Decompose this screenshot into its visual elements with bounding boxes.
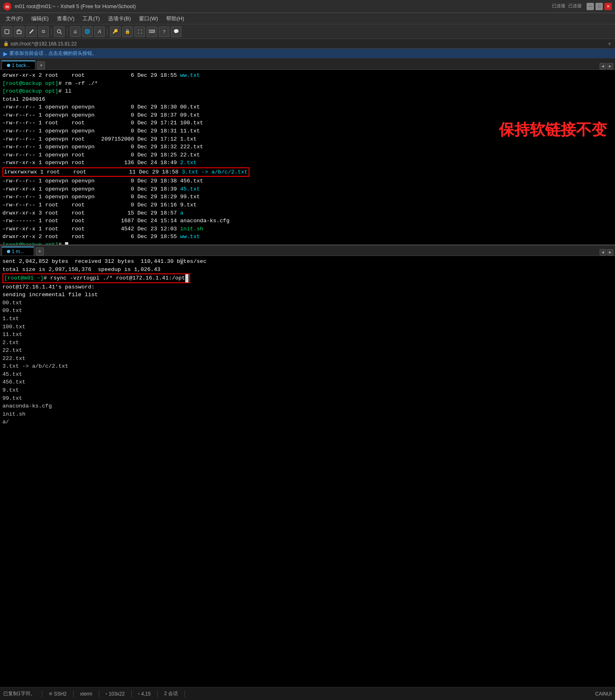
toolbar-keyboard[interactable]: ⌨ — [147, 26, 157, 37]
tab-2-m[interactable]: 1 m... — [2, 247, 34, 256]
terminal-pane-2[interactable]: sent 2,042,852 bytes received 312 bytes … — [0, 256, 615, 687]
toolbar-sep-1 — [51, 28, 52, 36]
status-ssh: ⊕ SSH2 — [49, 691, 67, 697]
svg-line-4 — [60, 33, 62, 34]
status-sep-2 — [73, 691, 74, 697]
line-rm: [root@backup opt]# rm -rf ./* — [2, 80, 613, 88]
line-9txt: -rw-r--r-- 1 root root 0 Dec 29 16:16 9.… — [2, 201, 613, 209]
toolbar-help[interactable]: ? — [159, 26, 169, 37]
tab-add-button-1[interactable]: + — [37, 61, 45, 69]
status-pos: ▪ 4,15 — [138, 691, 151, 697]
toolbar-new[interactable] — [2, 26, 12, 37]
line-222txt: -rw-r--r-- 1 openvpn openvpn 0 Dec 29 18… — [2, 143, 613, 151]
tab-scroll-right-2[interactable]: ▶ — [607, 249, 613, 256]
line-00txt: -rw-r--r-- 1 openvpn openvpn 0 Dec 29 18… — [2, 103, 613, 111]
line-f-3symlink: 3.txt -> a/b/c/2.txt — [2, 362, 613, 371]
line-drwxr-top: drwxr-xr-x 2 root root 6 Dec 29 18:55 ww… — [2, 72, 613, 80]
line-sending: sending incremental file list — [2, 291, 613, 299]
toolbar-copy[interactable]: ⧉ — [38, 26, 49, 37]
maximize-button[interactable]: □ — [596, 3, 603, 10]
status-term-label: xterm — [80, 691, 92, 697]
menu-tabs[interactable]: 选项卡(B) — [104, 14, 135, 23]
tab-indicator-2 — [7, 250, 10, 253]
status-size: ▪ 103x22 — [106, 691, 125, 697]
menu-bar: 文件(F) 编辑(E) 查看(V) 工具(T) 选项卡(B) 窗口(W) 帮助(… — [0, 13, 615, 24]
status-size-label: 103x22 — [109, 691, 125, 697]
status-sep-1 — [42, 691, 42, 697]
menu-view[interactable]: 查看(V) — [53, 14, 78, 23]
toolbar-open[interactable] — [14, 26, 24, 37]
toolbar-edit[interactable] — [26, 26, 37, 37]
title-bar-text: m01 root@m01:~ - Xshell 5 (Free for Home… — [15, 3, 552, 9]
menu-window[interactable]: 窗口(W) — [135, 14, 162, 23]
rsync-cmd-row: [root@m01 ~]# rsync -vzrtogpl ./* root@1… — [2, 273, 613, 283]
line-total-size: total size is 2,097,158,376 speedup is 1… — [2, 266, 613, 274]
hint-arrow-icon: ▶ — [3, 50, 8, 57]
toolbar-sep-3 — [107, 28, 108, 36]
line-f-9: 9.txt — [2, 386, 613, 394]
tab-1-label: 1 back... — [12, 63, 30, 68]
status-bar: 已复制1字符。 ⊕ SSH2 xterm ▪ 103x22 ▪ 4,15 2 会… — [0, 687, 615, 700]
toolbar-search[interactable] — [54, 26, 65, 37]
toolbar-chat[interactable]: 💬 — [171, 26, 182, 37]
line-456txt: -rw-r--r-- 1 openvpn openvpn 0 Dec 29 18… — [2, 177, 613, 185]
address-icon: 🔒 — [3, 41, 9, 46]
tab-2-label: 1 m... — [12, 249, 24, 254]
status-sep-6 — [184, 691, 185, 697]
address-bar: 🔒 ssh://root:*@192.168.15.81:22 ▼ — [0, 39, 615, 49]
toolbar-fullscreen[interactable]: ⛶ — [134, 26, 145, 37]
title-bar: m m01 root@m01:~ - Xshell 5 (Free for Ho… — [0, 0, 615, 13]
tab-scroll-2: ◀ ▶ — [600, 249, 613, 256]
app-icon: m — [3, 2, 11, 11]
status-copy: 已复制1字符。 — [3, 690, 35, 697]
hint-text: 要添加当前会话，点击左侧的箭头按钮。 — [9, 50, 97, 57]
toolbar: ⧉ 🖨 🌐 A 🔑 🔒 ⛶ ⌨ ? 💬 — [0, 24, 615, 39]
toolbar-print[interactable]: 🖨 — [70, 26, 80, 37]
menu-edit[interactable]: 编辑(E) — [27, 14, 53, 23]
tab-add-button-2[interactable]: + — [36, 247, 44, 256]
line-f-100: 100.txt — [2, 323, 613, 331]
line-f-2: 2.txt — [2, 339, 613, 347]
line-f-45: 45.txt — [2, 371, 613, 379]
minimize-button[interactable]: ─ — [587, 3, 594, 10]
line-f-11: 11.txt — [2, 331, 613, 339]
line-initsh: -rwxr-xr-x 1 root root 4542 Dec 23 12:03… — [2, 225, 613, 233]
status-sep-3 — [99, 691, 99, 697]
tab-bar-2: 1 m... + ◀ ▶ — [0, 245, 615, 256]
line-a-dir: drwxr-xr-x 3 root root 15 Dec 29 18:57 a — [2, 209, 613, 217]
address-arrow: ▼ — [607, 41, 612, 46]
tab-scroll-1: ◀ ▶ — [600, 63, 613, 69]
line-22txt: -rw-r--r-- 1 openvpn root 0 Dec 29 18:25… — [2, 151, 613, 159]
line-sent: sent 2,042,852 bytes received 312 bytes … — [2, 258, 613, 266]
line-f-456: 456.txt — [2, 378, 613, 386]
svg-text:m: m — [6, 4, 9, 9]
symlink-row: lrwxrwxrwx 1 root root 11 Dec 29 18:58 3… — [2, 167, 613, 178]
line-prompt-end: [root@backup opt]# — [2, 241, 613, 245]
menu-tools[interactable]: 工具(T) — [78, 14, 104, 23]
tab-scroll-left-1[interactable]: ◀ — [600, 63, 606, 69]
close-button[interactable]: ✕ — [604, 3, 612, 10]
status-sep-5 — [157, 691, 158, 697]
tab-1-back[interactable]: 1 back... — [2, 61, 35, 69]
line-100txt: -rw-r--r-- 1 root root 0 Dec 29 17:21 10… — [2, 119, 613, 127]
status-ssh-label: SSH2 — [54, 691, 67, 697]
toolbar-key[interactable]: 🔑 — [110, 26, 121, 37]
line-2txt: -rwxr-xr-x 1 openvpn root 136 Dec 24 18:… — [2, 159, 613, 167]
status-sessions: 2 会话 — [164, 690, 178, 697]
menu-file[interactable]: 文件(F) — [2, 14, 27, 23]
toolbar-globe[interactable]: 🌐 — [82, 26, 93, 37]
toolbar-font[interactable]: A — [94, 26, 105, 37]
hint-bar: ▶ 要添加当前会话，点击左侧的箭头按钮。 — [0, 49, 615, 59]
tab-scroll-right-1[interactable]: ▶ — [607, 63, 613, 69]
cursor-1 — [65, 242, 68, 245]
svg-point-3 — [57, 30, 61, 33]
line-f-1: 1.txt — [2, 315, 613, 323]
status-pos-label: 4,15 — [141, 691, 151, 697]
toolbar-lock[interactable]: 🔒 — [122, 26, 133, 37]
tab-indicator-1 — [7, 64, 10, 67]
connected-status: 已连接 已连接 — [552, 3, 582, 10]
menu-help[interactable]: 帮助(H) — [162, 14, 188, 23]
terminal-pane-1[interactable]: drwxr-xr-x 2 root root 6 Dec 29 18:55 ww… — [0, 70, 615, 245]
line-45txt: -rwxr-xr-x 1 openvpn openvpn 0 Dec 29 18… — [2, 185, 613, 193]
tab-scroll-left-2[interactable]: ◀ — [600, 249, 606, 256]
